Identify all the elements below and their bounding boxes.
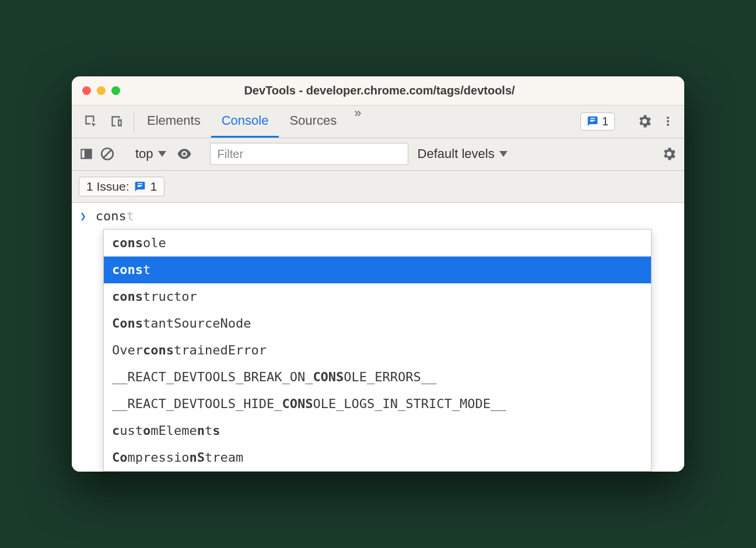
autocomplete-item[interactable]: const	[104, 257, 651, 283]
issues-bar: 1 Issue: 1	[72, 171, 684, 203]
devtools-window: DevTools - developer.chrome.com/tags/dev…	[72, 76, 684, 472]
context-label: top	[135, 146, 153, 161]
autocomplete-item[interactable]: __REACT_DEVTOOLS_BREAK_ON_CONSOLE_ERRORS…	[104, 364, 651, 391]
chat-icon	[134, 181, 146, 192]
autocomplete-item[interactable]: __REACT_DEVTOOLS_HIDE_CONSOLE_LOGS_IN_ST…	[104, 391, 651, 417]
execution-context-selector[interactable]: top	[132, 146, 170, 161]
issues-pill-count: 1	[150, 180, 158, 194]
console-prompt[interactable]: ❯ const	[72, 203, 684, 227]
prompt-ghost-completion: t	[127, 209, 134, 223]
live-expression-icon[interactable]	[176, 145, 193, 163]
autocomplete-popup: consoleconstconstructorConstantSourceNod…	[103, 229, 652, 472]
levels-label: Default levels	[418, 146, 495, 161]
settings-icon[interactable]	[636, 113, 653, 129]
issues-indicator[interactable]: 1	[580, 113, 615, 131]
tab-console[interactable]: Console	[211, 106, 279, 138]
more-tabs-button[interactable]: »	[347, 106, 368, 138]
autocomplete-item[interactable]: OverconstrainedError	[104, 337, 651, 364]
issues-pill[interactable]: 1 Issue: 1	[79, 177, 164, 196]
main-tabbar: Elements Console Sources » 1	[72, 106, 684, 138]
window-title: DevTools - developer.chrome.com/tags/dev…	[85, 84, 674, 97]
console-settings-icon[interactable]	[661, 146, 677, 162]
autocomplete-item[interactable]: customElements	[104, 417, 651, 444]
titlebar: DevTools - developer.chrome.com/tags/dev…	[72, 76, 684, 106]
autocomplete-item[interactable]: ConstantSourceNode	[104, 310, 651, 337]
inspect-element-icon[interactable]	[83, 114, 99, 129]
filter-input[interactable]	[210, 143, 408, 165]
tab-elements[interactable]: Elements	[136, 106, 211, 138]
chat-icon	[587, 115, 598, 127]
chevron-down-icon	[499, 151, 508, 157]
clear-console-icon[interactable]	[100, 146, 115, 161]
toggle-sidebar-icon[interactable]	[79, 146, 94, 161]
autocomplete-item[interactable]: constructor	[104, 283, 651, 310]
device-toolbar-icon[interactable]	[109, 114, 124, 129]
autocomplete-item[interactable]: CompressionStream	[104, 444, 651, 471]
autocomplete-item[interactable]: console	[104, 230, 651, 257]
chevron-down-icon	[158, 151, 166, 157]
issues-count: 1	[602, 115, 608, 128]
prompt-arrow-icon: ❯	[80, 210, 86, 222]
kebab-menu-icon[interactable]	[661, 114, 675, 128]
issues-label: 1 Issue:	[86, 180, 130, 194]
tab-sources[interactable]: Sources	[279, 106, 347, 138]
svg-line-1	[104, 150, 111, 158]
prompt-text: const	[96, 209, 134, 223]
console-output: ❯ const consoleconstconstructorConstantS…	[72, 203, 684, 472]
log-levels-selector[interactable]: Default levels	[414, 146, 511, 161]
console-toolbar: top Default levels	[72, 138, 684, 171]
prompt-typed: cons	[96, 209, 127, 223]
